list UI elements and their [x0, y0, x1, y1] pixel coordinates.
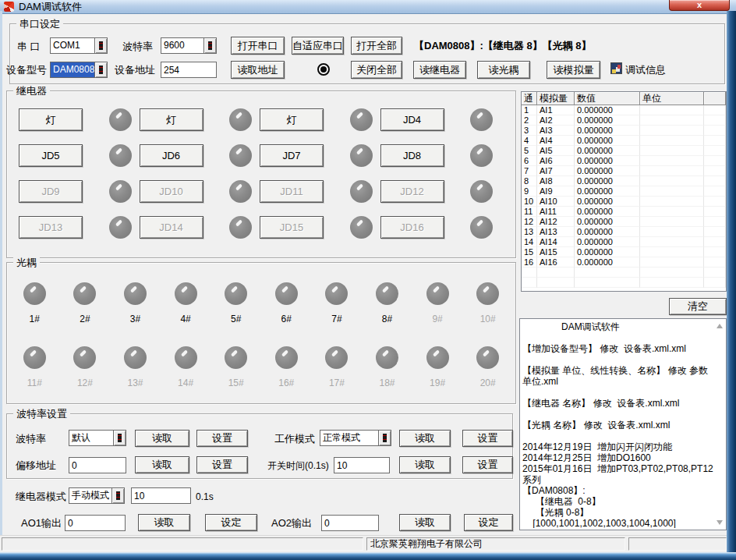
work-mode-set-button[interactable]: 设置	[462, 430, 513, 447]
work-mode-combo-dropdown-icon[interactable]	[378, 431, 391, 445]
switch-time-read-button[interactable]: 读取	[399, 456, 451, 473]
table-row[interactable]: 10 AI10 0.000000	[522, 197, 726, 207]
info-line: [1000,1001,1002,1003,1004,1000]	[522, 518, 715, 528]
table-row[interactable]: 13 AI13 0.000000	[522, 227, 726, 237]
relay-mode-combo-dropdown-icon[interactable]	[111, 488, 124, 503]
table-row[interactable]: 11 AI11 0.000000	[522, 207, 726, 217]
relay-button[interactable]: JD6	[140, 144, 203, 167]
relay-button[interactable]: JD8	[380, 144, 444, 167]
scroll-up-icon[interactable]	[717, 324, 723, 328]
port-combo-dropdown-icon[interactable]	[94, 38, 107, 53]
table-row[interactable]: 3 AI3 0.000000	[522, 126, 726, 136]
table-row[interactable]	[522, 268, 726, 278]
relay-button[interactable]: 灯	[19, 108, 83, 131]
table-row[interactable]: 2 AI2 0.000000	[522, 115, 726, 126]
offset-input[interactable]	[69, 457, 126, 473]
analog-column-header[interactable]: 单位	[640, 92, 704, 105]
info-line: 【增加设备型号】 修改 设备表.xml.xml	[522, 343, 715, 354]
relay-button[interactable]: JD13	[19, 216, 83, 239]
work-mode-read-button[interactable]: 读取	[399, 430, 451, 447]
table-row[interactable]: 5 AI5 0.000000	[522, 146, 726, 156]
relay-cell: 灯	[19, 108, 140, 131]
scroll-down-icon[interactable]	[717, 520, 723, 525]
offset-read-button[interactable]: 读取	[135, 456, 189, 473]
auto-port-button[interactable]: 自适应串口	[292, 37, 344, 55]
read-opto-button[interactable]: 读光耦	[477, 61, 530, 79]
relay-time-input[interactable]	[131, 487, 191, 504]
read-analog-button[interactable]: 读模拟量	[547, 61, 600, 79]
table-row[interactable]: 9 AI9 0.000000	[522, 186, 726, 197]
table-row[interactable]: 8 AI8 0.000000	[522, 176, 726, 186]
table-row[interactable]: 16 AI16 0.000000	[522, 257, 726, 268]
relay-button[interactable]: JD16	[380, 216, 444, 239]
relay-button[interactable]: JD15	[260, 216, 324, 239]
model-combo[interactable]: DAM0808	[50, 62, 108, 78]
open-port-button[interactable]: 打开串口	[231, 37, 285, 55]
cell-unit	[640, 166, 704, 176]
relay-button[interactable]: 灯	[140, 108, 203, 131]
table-row[interactable]: 7 AI7 0.000000	[522, 166, 726, 176]
baudrate-combo-dropdown-icon[interactable]	[113, 431, 126, 445]
close-all-button[interactable]: 关闭全部	[351, 61, 402, 79]
ao1-read-button[interactable]: 读取	[138, 514, 190, 531]
relay-button[interactable]: JD7	[260, 144, 324, 167]
relay-button[interactable]: JD12	[380, 180, 444, 203]
table-row[interactable]	[522, 278, 726, 288]
cell-extra	[704, 217, 726, 227]
ao2-input[interactable]	[321, 515, 379, 531]
model-combo-dropdown-icon[interactable]	[94, 62, 107, 77]
table-row[interactable]: 4 AI4 0.000000	[522, 136, 726, 146]
offset-set-button[interactable]: 设置	[196, 456, 248, 473]
debug-info-icon[interactable]	[610, 62, 622, 74]
analog-column-header[interactable]: 数值	[575, 92, 640, 105]
switch-time-set-button[interactable]: 设置	[462, 456, 513, 473]
opto-cell: 8#	[376, 282, 398, 324]
port-combo[interactable]: COM1	[50, 37, 108, 54]
opto-cell: 6#	[275, 282, 298, 324]
baudrate-set-button[interactable]: 设置	[196, 430, 248, 447]
ao2-set-button[interactable]: 设定	[464, 514, 513, 531]
cell-value: 0.000000	[575, 227, 640, 237]
ao2-read-button[interactable]: 读取	[399, 514, 451, 531]
relay-button[interactable]: JD4	[380, 108, 444, 131]
opto-cell: 14#	[175, 346, 197, 388]
ao1-input[interactable]	[65, 515, 126, 531]
table-row[interactable]: 12 AI12 0.000000	[522, 217, 726, 227]
work-mode-combo[interactable]: 正常模式	[320, 430, 391, 446]
cell-unit	[640, 217, 704, 227]
read-address-button[interactable]: 读取地址	[231, 61, 285, 79]
relay-button[interactable]: JD14	[140, 216, 203, 239]
relay-button[interactable]: 灯	[260, 108, 324, 131]
open-all-button[interactable]: 打开全部	[351, 37, 402, 55]
ao1-set-button[interactable]: 设定	[205, 514, 257, 531]
switch-time-label: 开关时间(0.1s)	[267, 460, 329, 472]
baudrate-read-button[interactable]: 读取	[135, 430, 189, 447]
cell-extra	[704, 156, 726, 166]
switch-time-input[interactable]	[334, 457, 390, 473]
table-row[interactable]: 6 AI6 0.000000	[522, 156, 726, 166]
baudrate-combo[interactable]: 默认	[69, 430, 126, 446]
offset-label: 偏移地址	[16, 459, 56, 471]
cell-channel: 4	[522, 136, 537, 146]
cell-name: AI5	[537, 146, 575, 156]
relay-button[interactable]: JD10	[140, 180, 203, 203]
device-address-input[interactable]	[161, 62, 217, 78]
analog-column-header[interactable]: 通	[522, 92, 537, 105]
baud-combo[interactable]: 9600	[161, 37, 217, 54]
baud-combo-dropdown-icon[interactable]	[203, 38, 216, 53]
relay-mode-combo[interactable]: 手动模式	[69, 487, 125, 504]
analog-column-header[interactable]	[704, 92, 726, 105]
analog-column-header[interactable]: 模拟量	[537, 92, 575, 105]
relay-button[interactable]: JD9	[19, 180, 83, 203]
table-row[interactable]: 1 AI1 0.000000	[522, 105, 726, 115]
relay-button[interactable]: JD5	[19, 144, 83, 167]
table-row[interactable]: 14 AI14 0.000000	[522, 237, 726, 247]
relay-button[interactable]: JD11	[260, 180, 324, 203]
read-relay-button[interactable]: 读继电器	[413, 61, 466, 79]
clear-button[interactable]: 清空	[669, 298, 727, 315]
close-button[interactable]: x	[669, 0, 730, 11]
relay-cell: JD16	[380, 216, 501, 239]
table-row[interactable]: 15 AI15 0.000000	[522, 247, 726, 257]
cell-unit	[640, 186, 704, 197]
relay-cell: JD7	[260, 144, 380, 167]
